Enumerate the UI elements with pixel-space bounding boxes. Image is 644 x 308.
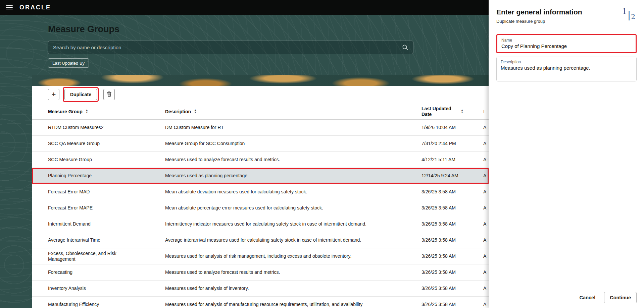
cell-last-updated-date: 3/26/25 3:58 AM [422, 253, 483, 259]
measure-groups-card: + Duplicate Measure Group ▲▼ [32, 75, 489, 308]
cell-clipped-fragment: A [483, 253, 489, 259]
cell-description: Mean absolute deviation measures used fo… [165, 189, 422, 195]
table-row[interactable]: Average Interarrival Time Average intera… [32, 232, 489, 248]
column-label: Measure Group [48, 109, 83, 114]
cell-clipped-fragment: A [483, 205, 489, 211]
cell-clipped-fragment: A [483, 157, 489, 163]
description-field[interactable]: Description Measures used as planning pe… [496, 57, 637, 81]
cell-description: Intermittency indicator measures used fo… [165, 221, 422, 227]
table-row[interactable]: Forecasting Measures used to analyze for… [32, 264, 489, 281]
cell-measure-group: Forecast Error MAPE [48, 205, 165, 211]
cell-measure-group: SCC Measure Group [48, 157, 165, 163]
cell-clipped-fragment: A [483, 173, 489, 179]
table-row[interactable]: SCC QA Measure Group Measure Group for S… [32, 136, 489, 152]
cell-clipped-fragment: A [483, 125, 489, 130]
cell-clipped-fragment: A [483, 237, 489, 243]
column-header-description[interactable]: Description ▲▼ [165, 109, 422, 114]
column-header-last-updated-date[interactable]: Last Updated Date ▲▼ [422, 106, 483, 117]
duplicate-highlight-annotation: Duplicate [63, 87, 99, 102]
panel-subtitle: Duplicate measure group [496, 19, 582, 24]
cell-measure-group: Forecasting [48, 269, 165, 275]
oracle-logo: ORACLE [19, 4, 51, 11]
page-title: Measure Groups [48, 24, 119, 35]
decorative-banner [32, 75, 489, 86]
delete-button[interactable] [103, 89, 115, 100]
cancel-button[interactable]: Cancel [578, 295, 598, 301]
table-row[interactable]: Inventory Analysis Measures used for ana… [32, 281, 489, 297]
cell-last-updated-date: 3/26/25 3:58 AM [422, 302, 483, 307]
step-total: 2 [631, 13, 635, 21]
sort-icon[interactable]: ▲▼ [86, 109, 88, 114]
name-field[interactable]: Name Copy of Planning Percentage [496, 34, 637, 53]
cell-last-updated-date: 3/26/25 3:58 AM [422, 221, 483, 227]
step-indicator: 1 | 2 [622, 8, 635, 19]
step-current: 1 [622, 7, 627, 16]
cell-last-updated-date: 4/12/21 5:11 AM [422, 157, 483, 163]
cell-last-updated-date: 7/31/20 2:44 PM [422, 141, 483, 146]
trash-icon [107, 91, 112, 98]
cell-last-updated-date: 12/14/25 9:24 AM [422, 173, 483, 179]
cell-description: Measures used for analysis of risk manag… [165, 253, 422, 259]
cell-description: Mean absolute percentage error measures … [165, 205, 422, 211]
cell-clipped-fragment: A [483, 286, 489, 291]
description-field-value[interactable]: Measures used as planning percentage. [501, 65, 632, 71]
cell-measure-group: Planning Percentage [48, 173, 165, 179]
cell-description: Measures used for analysis of manufactur… [165, 302, 422, 307]
table-row[interactable]: Forecast Error MAPE Mean absolute percen… [32, 200, 489, 216]
name-field-label: Name [501, 38, 632, 43]
cell-measure-group: Intermittent Demand [48, 221, 165, 227]
cell-measure-group: Manufacturing Efficiency [48, 302, 165, 307]
column-label: Description [165, 109, 191, 114]
cell-measure-group: SCC QA Measure Group [48, 141, 165, 146]
search-icon[interactable] [402, 44, 408, 51]
cell-description: Measure Group for SCC Consumption [165, 141, 422, 146]
cell-description: Measures used to analyze forecast result… [165, 269, 422, 275]
cell-description: Measures used as planning percentage. [165, 173, 422, 179]
continue-button[interactable]: Continue [604, 292, 637, 303]
table-row[interactable]: SCC Measure Group Measures used to analy… [32, 152, 489, 168]
table-row[interactable]: Planning Percentage Measures used as pla… [32, 168, 489, 184]
panel-title: Enter general information [496, 8, 582, 16]
description-field-label: Description [501, 60, 632, 64]
cell-description: DM Custom Measure for RT [165, 125, 422, 130]
table-row[interactable]: Excess, Obsolescence, and Risk Managemen… [32, 248, 489, 264]
cell-last-updated-date: 3/26/25 3:58 AM [422, 286, 483, 291]
cell-measure-group: Average Interarrival Time [48, 237, 165, 243]
step-divider-icon: | [628, 9, 631, 20]
cell-measure-group: RTDM Custom Measures2 [48, 125, 165, 130]
sort-icon[interactable]: ▲▼ [194, 109, 197, 114]
plus-icon: + [52, 91, 56, 98]
add-button[interactable]: + [48, 89, 59, 100]
cell-description: Average interarrival measures used for c… [165, 237, 422, 243]
cell-clipped-fragment: A [483, 189, 489, 195]
search-input[interactable] [48, 41, 402, 54]
main-area: ORACLE Measure Groups Last Updated By + … [0, 0, 489, 308]
column-header-clipped-fragment: L [483, 109, 489, 114]
column-header-measure-group[interactable]: Measure Group ▲▼ [48, 109, 165, 114]
search-bar [48, 41, 413, 54]
cell-clipped-fragment: A [483, 269, 489, 275]
duplicate-measure-group-panel: Enter general information Duplicate meas… [489, 0, 644, 308]
filter-chip-last-updated-by[interactable]: Last Updated By [48, 58, 89, 68]
cell-clipped-fragment: A [483, 141, 489, 146]
table-row[interactable]: Forecast Error MAD Mean absolute deviati… [32, 184, 489, 200]
duplicate-button[interactable]: Duplicate [64, 89, 97, 100]
toolbar: + Duplicate [32, 86, 489, 104]
table-row[interactable]: Manufacturing Efficiency Measures used f… [32, 297, 489, 308]
sort-icon[interactable]: ▲▼ [461, 109, 463, 114]
cell-last-updated-date: 3/26/25 3:58 AM [422, 269, 483, 275]
cell-description: Measures used for analysis of inventory. [165, 286, 422, 291]
cell-last-updated-date: 3/26/25 3:58 AM [422, 205, 483, 211]
cell-last-updated-date: 1/9/26 10:04 AM [422, 125, 483, 130]
cell-description: Measures used to analyze forecast result… [165, 157, 422, 163]
hamburger-menu-icon[interactable] [6, 4, 13, 10]
name-field-value[interactable]: Copy of Planning Percentage [501, 43, 632, 49]
panel-footer: Cancel Continue [578, 292, 637, 303]
cell-measure-group: Excess, Obsolescence, and Risk Managemen… [48, 251, 165, 262]
top-navbar: ORACLE [0, 0, 489, 15]
cell-clipped-fragment: A [483, 302, 489, 307]
table-header: Measure Group ▲▼ Description ▲▼ Last Upd… [32, 104, 489, 120]
panel-header: Enter general information Duplicate meas… [489, 0, 644, 24]
table-row[interactable]: Intermittent Demand Intermittency indica… [32, 216, 489, 232]
table-row[interactable]: RTDM Custom Measures2 DM Custom Measure … [32, 120, 489, 136]
